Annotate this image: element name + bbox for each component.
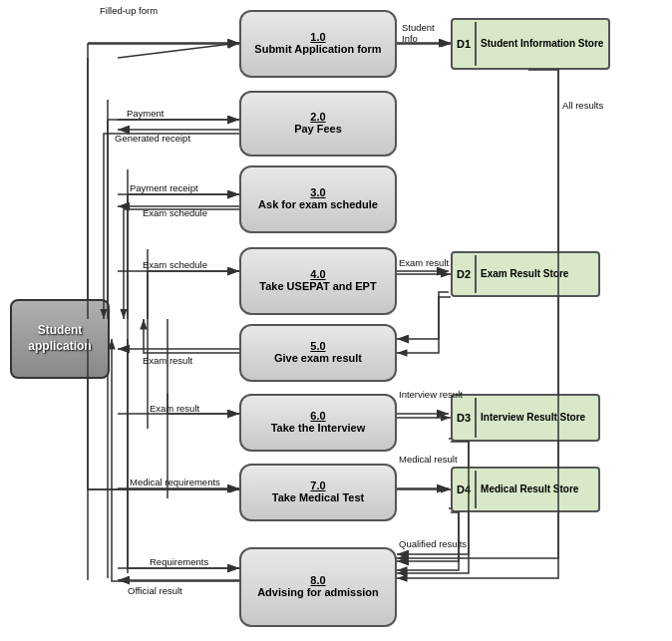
store-d2: D2 Exam Result Store: [451, 251, 600, 297]
label-all-results: All results: [562, 100, 603, 111]
label-requirements: Requirements: [150, 556, 208, 567]
store-d1: D1 Student Information Store: [451, 18, 610, 70]
label-exam-result-flow: Exam result: [399, 257, 449, 268]
label-payment: Payment: [127, 108, 165, 119]
process-1: 1.0 Submit Application form: [239, 10, 397, 78]
diagram: Student application 1.0 Submit Applicati…: [0, 0, 672, 641]
label-exam-schedule-1: Exam schedule: [143, 207, 207, 218]
label-exam-schedule-2: Exam schedule: [143, 259, 207, 270]
process-7: 7.0 Take Medical Test: [239, 464, 397, 521]
label-filled-up-form: Filled-up form: [100, 5, 158, 16]
process-8: 8.0 Advising for admission: [239, 547, 397, 627]
external-student-application: Student application: [10, 299, 110, 379]
process-6: 6.0 Take the Interview: [239, 394, 397, 452]
label-official-result: Official result: [128, 585, 182, 596]
label-generated-receipt: Generated receipt: [115, 133, 190, 144]
label-interview-result: Interview result: [399, 389, 463, 400]
label-student-info: StudentInfo: [402, 22, 435, 44]
store-d3: D3 Interview Result Store: [451, 394, 600, 442]
process-4: 4.0 Take USEPAT and EPT: [239, 247, 397, 315]
svg-line-2: [118, 43, 239, 58]
label-exam-result-back: Exam result: [143, 355, 192, 366]
label-qualified-results: Qualified results: [399, 538, 467, 549]
label-payment-receipt: Payment receipt: [130, 182, 198, 193]
process-3: 3.0 Ask for exam schedule: [239, 165, 397, 233]
label-exam-result-2: Exam result: [150, 403, 199, 414]
store-d4: D4 Medical Result Store: [451, 467, 600, 512]
label-medical-requirements: Medical requirements: [130, 477, 220, 487]
process-2: 2.0 Pay Fees: [239, 91, 397, 157]
label-medical-result: Medical result: [399, 454, 458, 465]
process-5: 5.0 Give exam result: [239, 324, 397, 382]
